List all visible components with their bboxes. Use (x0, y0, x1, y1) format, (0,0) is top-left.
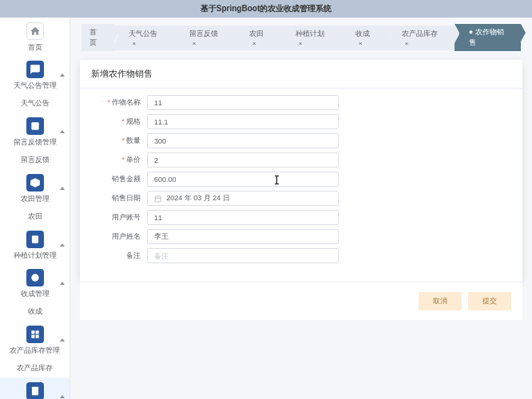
svg-rect-7 (31, 387, 38, 396)
sidebar-item-label: 天气公告管理 (14, 81, 57, 91)
app-header: 基于SpringBoot的农业收成管理系统 (0, 0, 532, 18)
svg-rect-4 (35, 330, 38, 334)
close-icon[interactable]: × (132, 40, 136, 47)
svg-rect-0 (31, 122, 38, 129)
input-spec[interactable] (147, 114, 339, 129)
label-spec: *规格 (91, 117, 147, 127)
input-crop-name[interactable] (147, 95, 339, 110)
sidebar-item-label: 种植计划管理 (14, 251, 57, 261)
sidebar-sub-harvest[interactable]: 收成 (0, 302, 69, 321)
sidebar-sub-inventory[interactable]: 农产品库存 (0, 359, 69, 377)
cancel-button[interactable]: 取消 (419, 292, 462, 310)
label-quantity: *数量 (91, 136, 147, 146)
sidebar: 首页 天气公告管理 天气公告 留言反馈管理 留言反馈 农田管理 农田 种植计划管… (0, 18, 70, 399)
close-icon[interactable]: × (405, 40, 409, 47)
input-user-name[interactable] (147, 229, 339, 244)
sidebar-item-label: 收成管理 (21, 289, 50, 299)
app-title: 基于SpringBoot的农业收成管理系统 (200, 3, 332, 14)
close-icon[interactable]: × (252, 40, 256, 47)
svg-rect-5 (31, 335, 34, 338)
sidebar-item-label: 留言反馈管理 (14, 137, 57, 148)
label-sale-amount: 销售金额 (91, 174, 147, 184)
crumb-feedback[interactable]: 留言反馈× (175, 26, 235, 50)
home-icon (26, 22, 44, 40)
crumb-home[interactable]: 首页 (81, 24, 114, 51)
svg-rect-10 (155, 196, 161, 201)
label-unit-price: *单价 (91, 155, 147, 165)
crumb-farm[interactable]: 农田× (235, 26, 281, 50)
sidebar-item-label: 首页 (28, 42, 42, 53)
submit-button[interactable]: 提交 (468, 292, 511, 310)
label-crop-name: *作物名称 (91, 97, 147, 108)
sidebar-item-feedback[interactable]: 留言反馈管理 (0, 113, 69, 151)
input-unit-price[interactable] (147, 152, 339, 168)
sales-icon (26, 382, 44, 399)
close-icon[interactable]: × (299, 40, 303, 47)
main-content: 首页 天气公告× 留言反馈× 农田× 种植计划× 收成× 农产品库存× ● 农作… (70, 18, 532, 399)
svg-rect-3 (31, 330, 34, 334)
sidebar-item-plan[interactable]: 种植计划管理 (0, 226, 69, 264)
sidebar-item-label: 农田管理 (21, 194, 50, 204)
sidebar-item-sales[interactable]: 农作物销售管理 (0, 377, 69, 399)
crumb-harvest[interactable]: 收成× (341, 26, 387, 50)
farm-icon (26, 174, 44, 192)
svg-rect-1 (31, 235, 38, 243)
label-user-name: 用户姓名 (91, 231, 147, 242)
close-icon[interactable]: × (359, 40, 363, 47)
sidebar-item-farm[interactable]: 农田管理 (0, 169, 69, 207)
breadcrumb: 首页 天气公告× 留言反馈× 农田× 种植计划× 收成× 农产品库存× ● 农作… (70, 18, 532, 57)
inventory-icon (26, 326, 44, 343)
input-quantity[interactable] (147, 133, 339, 148)
calendar-icon (154, 195, 161, 203)
modal: 新增农作物销售 *作物名称 *规格 *数量 *单价 (80, 60, 522, 282)
crumb-weather[interactable]: 天气公告× (114, 26, 174, 50)
input-remark[interactable] (147, 248, 339, 263)
close-icon[interactable]: × (193, 40, 197, 47)
modal-body: *作物名称 *规格 *数量 *单价 (80, 88, 522, 282)
feedback-icon (26, 117, 44, 135)
crumb-inventory[interactable]: 农产品库存× (387, 26, 455, 50)
label-remark: 备注 (91, 251, 147, 261)
modal-title: 新增农作物销售 (80, 60, 522, 88)
plan-icon (26, 231, 44, 248)
announcement-icon (26, 61, 44, 78)
sidebar-sub-feedback[interactable]: 留言反馈 (0, 151, 69, 169)
sidebar-sub-farm[interactable]: 农田 (0, 207, 69, 226)
crumb-plan[interactable]: 种植计划× (281, 26, 341, 50)
input-user-account[interactable] (147, 210, 339, 225)
sidebar-item-harvest[interactable]: 收成管理 (0, 264, 69, 302)
sidebar-item-inventory[interactable]: 农产品库存管理 (0, 321, 69, 359)
crumb-sales[interactable]: ● 农作物销售 (455, 24, 521, 51)
input-sale-amount[interactable] (147, 172, 339, 187)
harvest-icon (26, 269, 44, 286)
modal-overlay: 新增农作物销售 *作物名称 *规格 *数量 *单价 (70, 60, 532, 399)
sidebar-item-home[interactable]: 首页 (0, 18, 69, 56)
svg-rect-6 (35, 335, 38, 338)
sidebar-item-label: 农产品库存管理 (10, 346, 60, 356)
input-sale-date[interactable] (147, 191, 339, 206)
label-user-account: 用户账号 (91, 212, 147, 223)
modal-footer: 取消 提交 (80, 282, 522, 320)
label-sale-date: 销售日期 (91, 193, 147, 203)
sidebar-sub-weather[interactable]: 天气公告 (0, 94, 69, 113)
sidebar-item-weather[interactable]: 天气公告管理 (0, 56, 69, 94)
